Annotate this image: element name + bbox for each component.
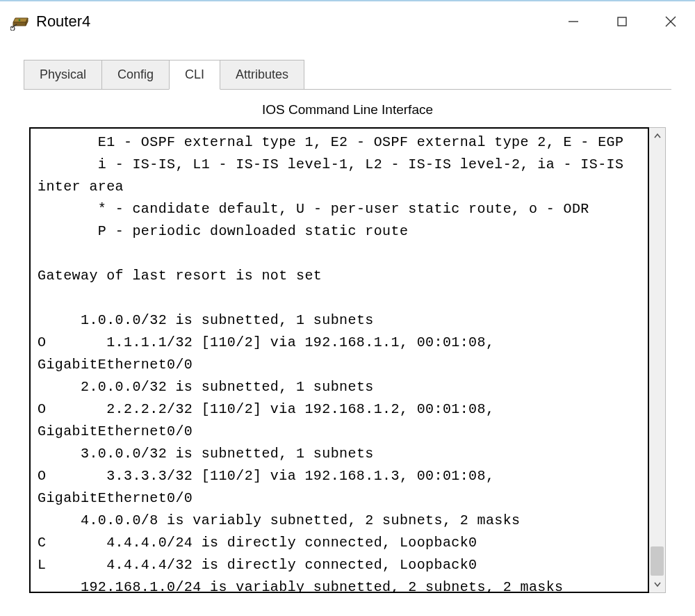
scroll-thumb[interactable] (651, 546, 664, 576)
minimize-button[interactable] (549, 1, 598, 42)
close-button[interactable] (646, 1, 695, 42)
scroll-track[interactable] (649, 145, 665, 576)
cli-scrollbar[interactable] (649, 127, 666, 593)
scroll-down-arrow[interactable] (649, 576, 665, 592)
tab-bar: Physical Config CLI Attributes (24, 60, 671, 90)
scroll-up-arrow[interactable] (649, 128, 665, 145)
router-config-window: Router4 Physical Config CLI Attributes (0, 0, 695, 616)
svg-marker-0 (13, 18, 28, 22)
tab-physical[interactable]: Physical (24, 60, 102, 90)
content-area: Physical Config CLI Attributes IOS Comma… (0, 42, 695, 593)
maximize-button[interactable] (598, 1, 646, 42)
cli-panel: IOS Command Line Interface E1 - OSPF ext… (24, 89, 671, 593)
router-icon (10, 12, 29, 31)
cli-container: E1 - OSPF external type 1, E2 - OSPF ext… (29, 127, 666, 593)
cli-terminal[interactable]: E1 - OSPF external type 1, E2 - OSPF ext… (29, 127, 649, 593)
tab-cli[interactable]: CLI (169, 60, 220, 90)
cli-output: E1 - OSPF external type 1, E2 - OSPF ext… (38, 131, 641, 593)
window-controls (549, 1, 695, 42)
svg-rect-7 (618, 17, 626, 26)
titlebar: Router4 (0, 1, 695, 42)
window-title: Router4 (36, 13, 90, 31)
panel-title: IOS Command Line Interface (24, 90, 671, 127)
tab-attributes[interactable]: Attributes (220, 60, 304, 90)
tab-config[interactable]: Config (101, 60, 170, 90)
svg-point-3 (19, 19, 21, 22)
